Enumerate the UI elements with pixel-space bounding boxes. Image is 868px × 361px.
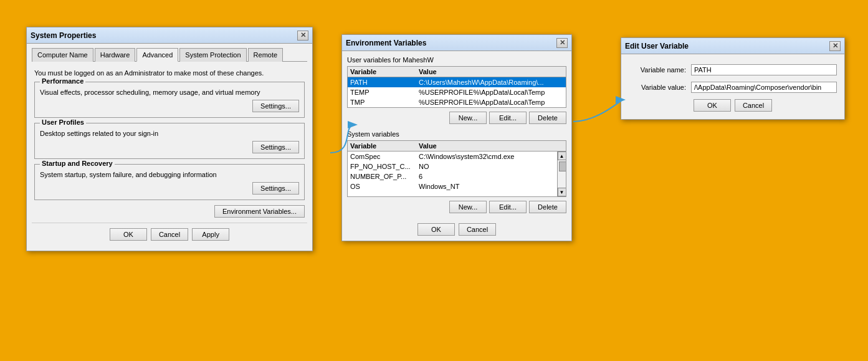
system-vars-section-label: System variables [347,130,566,138]
envvars-footer: OK Cancel [347,219,566,236]
scrollbar-down-arrow[interactable]: ▼ [558,188,566,196]
edit-user-variable-dialog: Edit User Variable ✕ Variable name: Vari… [621,37,845,120]
system-header-variable: Variable [350,142,419,150]
user-vars-table: Variable Value PATH C:\Users\MaheshW\App… [347,66,566,108]
user-vars-header: Variable Value [348,67,566,77]
performance-text: Visual effects, processor scheduling, me… [40,89,299,96]
scrollbar-up-arrow[interactable]: ▲ [558,152,566,160]
sysprops-content: Computer Name Hardware Advanced System P… [27,44,312,251]
user-var-tmp-value: %USERPROFILE%\AppData\Local\Temp [419,99,563,106]
system-var-fp-name: FP_NO_HOST_C... [350,163,419,170]
editvar-content: Variable name: Variable value: OK Cancel [621,54,844,119]
sysprops-close-button[interactable]: ✕ [297,31,308,41]
tab-system-protection[interactable]: System Protection [179,48,246,62]
system-vars-header: Variable Value [348,141,566,152]
sysprops-apply-button[interactable]: Apply [192,228,229,241]
sysprops-ok-button[interactable]: OK [110,228,147,241]
system-vars-rows: ComSpec C:\Windows\system32\cmd.exe FP_N… [348,152,557,196]
variable-value-input[interactable] [691,82,837,93]
sysprops-tabs: Computer Name Hardware Advanced System P… [32,47,307,62]
envvars-title: Environment Variables [346,39,426,47]
env-vars-btn-container: Environment Variables... [34,205,305,218]
user-header-variable: Variable [350,68,419,75]
envvars-close-button[interactable]: ✕ [556,38,568,48]
user-profiles-settings-button[interactable]: Settings... [252,141,299,153]
sysprops-cancel-button[interactable]: Cancel [151,228,188,241]
user-vars-edit-button[interactable]: Edit... [489,112,527,124]
envvars-cancel-button[interactable]: Cancel [459,223,496,236]
sysprops-titlebar: System Properties ✕ [27,27,312,44]
tab-computer-name[interactable]: Computer Name [32,48,93,62]
user-profiles-text: Desktop settings related to your sign-in [40,130,299,137]
variable-value-row: Variable value: [629,82,837,93]
startup-recovery-label: Startup and Recovery [40,160,115,167]
editvar-close-button[interactable]: ✕ [829,41,841,51]
sysprops-body: You must be logged on as an Administrato… [32,67,307,220]
user-var-path-value: C:\Users\MaheshW\AppData\Roaming\... [419,79,563,86]
system-var-row-numberofp[interactable]: NUMBER_OF_P... 6 [348,171,557,181]
user-var-temp-name: TEMP [350,89,419,96]
editvar-titlebar: Edit User Variable ✕ [621,38,844,54]
system-var-fp-value: NO [419,163,555,170]
editvar-ok-button[interactable]: OK [694,99,731,112]
user-vars-delete-button[interactable]: Delete [529,112,566,124]
system-var-row-fp[interactable]: FP_NO_HOST_C... NO [348,161,557,171]
startup-recovery-groupbox: Startup and Recovery System startup, sys… [34,164,305,200]
user-vars-table-wrap: Variable Value PATH C:\Users\MaheshW\App… [347,66,566,108]
system-vars-edit-button[interactable]: Edit... [489,201,527,213]
user-profiles-label: User Profiles [40,118,86,126]
system-var-numofp-value: 6 [419,173,555,180]
performance-groupbox: Performance Visual effects, processor sc… [34,82,305,118]
system-var-row-comspec[interactable]: ComSpec C:\Windows\system32\cmd.exe [348,152,557,161]
user-var-tmp-name: TMP [350,99,419,106]
system-var-os-name: OS [350,183,419,190]
startup-recovery-text: System startup, system failure, and debu… [40,171,299,178]
sysprops-footer: OK Cancel Apply [32,223,307,246]
system-header-value: Value [419,142,555,150]
system-var-row-os[interactable]: OS Windows_NT [348,181,557,191]
startup-recovery-settings-button[interactable]: Settings... [252,182,299,195]
user-vars-section-label: User variables for MaheshW [347,56,566,64]
variable-name-input[interactable] [691,64,837,75]
user-var-temp-value: %USERPROFILE%\AppData\Local\Temp [419,89,563,96]
sysprops-title: System Properties [31,31,96,40]
system-var-os-value: Windows_NT [419,183,555,190]
performance-label: Performance [40,77,85,85]
system-vars-table-wrap: Variable Value ComSpec C:\Windows\system… [347,140,566,197]
user-vars-new-button[interactable]: New... [449,112,487,124]
tab-remote[interactable]: Remote [248,48,284,62]
tab-advanced[interactable]: Advanced [136,48,178,62]
user-var-row-tmp[interactable]: TMP %USERPROFILE%\AppData\Local\Temp [348,97,566,107]
editvar-cancel-button[interactable]: Cancel [735,99,772,112]
user-vars-rows: PATH C:\Users\MaheshW\AppData\Roaming\..… [348,77,566,107]
user-var-row-path[interactable]: PATH C:\Users\MaheshW\AppData\Roaming\..… [348,77,566,87]
variable-name-row: Variable name: [629,64,837,75]
user-var-row-temp[interactable]: TEMP %USERPROFILE%\AppData\Local\Temp [348,87,566,97]
system-var-comspec-value: C:\Windows\system32\cmd.exe [419,153,555,160]
system-properties-dialog: System Properties ✕ Computer Name Hardwa… [26,27,313,251]
system-var-comspec-name: ComSpec [350,153,419,160]
user-profiles-groupbox: User Profiles Desktop settings related t… [34,123,305,159]
system-vars-delete-button[interactable]: Delete [529,201,566,213]
editvar-title: Edit User Variable [625,42,689,51]
system-vars-buttons: New... Edit... Delete [347,201,566,213]
system-var-numofp-name: NUMBER_OF_P... [350,173,419,180]
editvar-footer: OK Cancel [629,99,837,112]
variable-value-label: Variable value: [629,84,691,91]
envvars-titlebar: Environment Variables ✕ [342,35,571,51]
performance-settings-button[interactable]: Settings... [252,100,299,112]
user-header-value: Value [419,68,563,75]
admin-notice: You must be logged on as an Administrato… [34,69,305,77]
user-vars-buttons: New... Edit... Delete [347,112,566,124]
user-var-path-name: PATH [350,79,419,86]
system-vars-table: Variable Value ComSpec C:\Windows\system… [347,140,566,197]
tab-hardware[interactable]: Hardware [95,48,136,62]
envvars-content: User variables for MaheshW Variable Valu… [342,51,571,241]
environment-variables-button[interactable]: Environment Variables... [214,205,305,218]
system-vars-new-button[interactable]: New... [449,201,487,213]
scrollbar-thumb[interactable] [559,161,566,171]
environment-variables-dialog: Environment Variables ✕ User variables f… [341,34,572,241]
envvars-ok-button[interactable]: OK [417,223,455,236]
variable-name-label: Variable name: [629,66,691,74]
